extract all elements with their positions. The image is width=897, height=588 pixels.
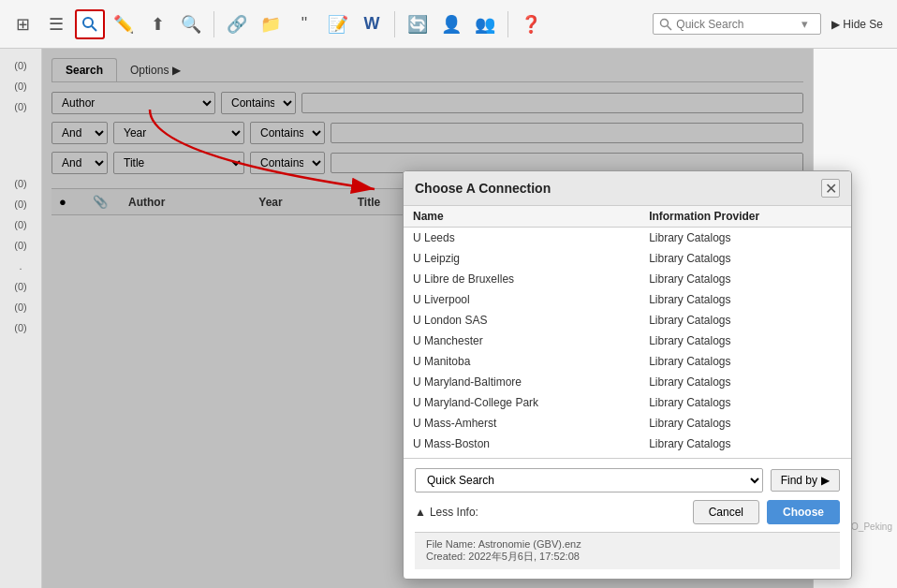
table-row[interactable]: U ManitobaLibrary Catalogs [404,351,851,372]
name-col-header: Name [404,206,640,228]
person-icon[interactable]: 👤 [436,9,466,39]
person-add-icon[interactable]: 👥 [470,9,500,39]
dialog-title: Choose A Connection [415,181,551,196]
search-panel: Search Options ▶ Author Title Year Conta… [42,49,813,588]
connection-provider: Library Catalogs [640,351,851,372]
connection-table: Name Information Provider U LeedsLibrary… [404,206,851,459]
link-icon[interactable]: 🔗 [222,9,252,39]
table-row[interactable]: U Maryland-BaltimoreLibrary Catalogs [404,372,851,392]
sync-icon[interactable]: 🔄 [403,9,433,39]
table-row[interactable]: U Maryland-College ParkLibrary Catalogs [404,392,851,413]
connection-name: U Leipzig [404,248,640,269]
table-row[interactable]: U LiverpoolLibrary Catalogs [404,289,851,310]
svg-line-3 [668,25,672,30]
table-row[interactable]: U ManchesterLibrary Catalogs [404,331,851,351]
hide-se-button[interactable]: ▶ Hide Se [825,15,890,34]
connection-provider: Library Catalogs [640,331,851,351]
connection-provider: Library Catalogs [640,392,851,413]
dialog-title-bar: Choose A Connection ✕ [404,171,851,206]
dialog-actions: Cancel Choose [693,500,840,524]
less-info-button[interactable]: ▲ Less Info: [415,506,478,519]
less-info-row: ▲ Less Info: Cancel Choose [415,500,840,524]
connection-name: U Liverpool [404,289,640,310]
note-icon[interactable]: 📝 [323,9,353,39]
separator-1 [213,11,214,37]
search-toolbar-icon [659,18,672,31]
table-row[interactable]: U Mass-BostonLibrary Catalogs [404,434,851,454]
cancel-button[interactable]: Cancel [693,500,759,524]
connection-provider: Library Catalogs [640,228,851,249]
connection-provider: Library Catalogs [640,310,851,331]
connection-name: U Maryland-College Park [404,392,640,413]
table-row[interactable]: U Mass-AmherstLibrary Catalogs [404,413,851,434]
quote-icon[interactable]: " [289,9,319,39]
main-toolbar: ⊞ ☰ ✏️ ⬆ 🔍 🔗 📁 " 📝 W 🔄 👤 👥 ❓ ▾ ▶ Hide Se [0,0,897,49]
quick-search-row: Quick Search Find by ▶ [415,468,840,492]
dialog-bottom: Quick Search Find by ▶ ▲ Less Info: Canc… [404,459,851,579]
file-info-bar: File Name: Astronomie (GBV).enz Created:… [415,532,840,569]
connection-provider: Library Catalogs [640,413,851,434]
connection-name: U Leeds [404,228,640,249]
connection-provider: Library Catalogs [640,289,851,310]
quick-search-box: ▾ [653,13,821,35]
grid-icon[interactable]: ⊞ [7,9,37,39]
quick-search-input[interactable] [676,18,798,31]
file-name-line: File Name: Astronomie (GBV).enz [426,538,829,550]
find-by-chevron-icon: ▶ [821,474,830,487]
table-row[interactable]: U LeipzigLibrary Catalogs [404,248,851,269]
svg-line-1 [92,26,96,31]
search-icon[interactable] [75,9,105,39]
connection-name: U London SAS [404,310,640,331]
quick-search-select[interactable]: Quick Search [415,468,763,492]
created-line: Created: 2022年5月6日, 17:52:08 [426,550,829,564]
folder-icon[interactable]: 📁 [256,9,286,39]
connection-name: U Manchester [404,331,640,351]
zoom-icon[interactable]: 🔍 [176,9,206,39]
provider-col-header: Information Provider [640,206,851,228]
connection-name: U Maryland-Baltimore [404,372,640,392]
connection-table-scroll[interactable]: Name Information Provider U LeedsLibrary… [404,206,851,459]
svg-point-0 [83,18,93,27]
table-row[interactable]: U London SASLibrary Catalogs [404,310,851,331]
connection-name: U Manitoba [404,351,640,372]
connection-name: U Mass-Amherst [404,413,640,434]
upload-icon[interactable]: ⬆ [142,9,172,39]
connection-name: U Libre de Bruxelles [404,269,640,289]
list-icon[interactable]: ☰ [41,9,71,39]
connection-name: U Mass-Boston [404,434,640,454]
find-by-button[interactable]: Find by ▶ [771,469,840,492]
svg-point-2 [661,19,669,26]
connection-provider: Library Catalogs [640,434,851,454]
edit-icon[interactable]: ✏️ [109,9,139,39]
chevron-right-icon: ▶ [831,18,840,31]
main-content: (0) (0) (0) (0) (0) (0) (0) . (0) (0) (0… [0,49,897,588]
connection-provider: Library Catalogs [640,372,851,392]
table-row[interactable]: U LeedsLibrary Catalogs [404,228,851,249]
connection-provider: Library Catalogs [640,269,851,289]
word-icon[interactable]: W [357,9,387,39]
choose-button[interactable]: Choose [767,500,840,524]
dialog-close-button[interactable]: ✕ [821,179,840,198]
separator-3 [507,11,508,37]
less-info-icon: ▲ [415,506,426,519]
search-dropdown-icon: ▾ [801,17,808,31]
connection-provider: Library Catalogs [640,248,851,269]
choose-connection-dialog: Choose A Connection ✕ Name Information P… [403,170,852,580]
table-row[interactable]: U Libre de BruxellesLibrary Catalogs [404,269,851,289]
sidebar: (0) (0) (0) (0) (0) (0) (0) . (0) (0) (0… [0,49,42,588]
help-icon[interactable]: ❓ [516,9,546,39]
separator-2 [394,11,395,37]
